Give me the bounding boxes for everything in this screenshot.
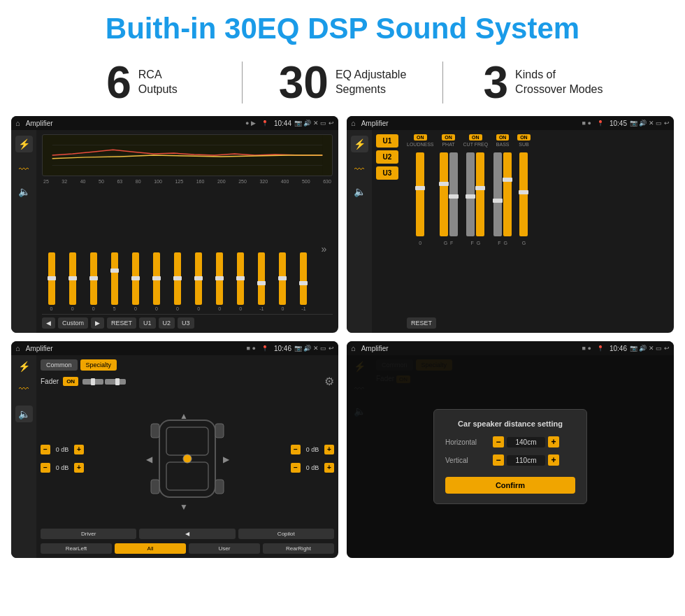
phat-slider-f[interactable] (449, 152, 458, 236)
fader-filter-icon[interactable]: ⚡ (18, 361, 30, 372)
u1-btn[interactable]: U1 (376, 134, 398, 148)
sub-label: SUB (519, 142, 528, 147)
fader-wave-icon[interactable]: 〰 (19, 383, 29, 394)
fader-slider-h[interactable] (82, 379, 103, 385)
eq-custom-btn[interactable]: Custom (58, 317, 88, 329)
phat-sublabel: G F (444, 241, 454, 245)
driver-btn[interactable]: Driver (41, 529, 136, 539)
slider-track-13[interactable] (300, 252, 307, 305)
eq-slider-1: 0 (48, 252, 55, 311)
u3-btn[interactable]: U3 (376, 166, 398, 180)
u2-btn[interactable]: U2 (376, 150, 398, 164)
horizontal-minus-btn[interactable]: − (493, 436, 504, 447)
all-btn[interactable]: All (115, 543, 186, 554)
fader-arrow-left-btn[interactable]: ◀ (139, 529, 235, 539)
rr-minus-btn[interactable]: − (291, 463, 301, 473)
slider-track-5[interactable] (132, 252, 139, 305)
fader-on-toggle[interactable]: ON (63, 377, 78, 386)
copilot-btn[interactable]: Copilot (238, 529, 334, 539)
location-icon-2: 📍 (597, 120, 604, 127)
slider-track-11[interactable] (258, 252, 265, 305)
loudness-slider[interactable] (416, 152, 424, 236)
status-time-1: 10:44 (274, 120, 291, 127)
rl-minus-btn[interactable]: − (41, 463, 50, 473)
fl-minus-btn[interactable]: − (41, 445, 50, 454)
slider-track-12[interactable] (279, 252, 286, 305)
amp-filter-icon[interactable]: ⚡ (351, 136, 368, 152)
eq-u3-btn[interactable]: U3 (178, 317, 194, 329)
rearright-btn[interactable]: RearRight (263, 543, 334, 554)
user-btn[interactable]: User (189, 543, 260, 554)
cutfreq-slider-f[interactable] (466, 152, 475, 236)
eq-slider-3: 0 (90, 252, 97, 311)
vertical-plus-btn[interactable]: + (548, 454, 559, 466)
eq-u2-btn[interactable]: U2 (159, 317, 175, 329)
bass-label: BASS (496, 142, 510, 147)
sub-slider-g[interactable] (519, 152, 528, 236)
eq-reset-btn[interactable]: RESET (107, 317, 136, 329)
slider-track-2[interactable] (69, 252, 76, 305)
amp-reset-btn[interactable]: RESET (407, 317, 436, 329)
more-icon[interactable]: » (322, 243, 327, 255)
rr-plus-btn[interactable]: + (324, 463, 334, 473)
tab-common[interactable]: Common (41, 359, 78, 371)
svg-text:◀: ◀ (146, 454, 153, 464)
slider-track-1[interactable] (48, 252, 55, 305)
home-icon-4[interactable]: ⌂ (351, 344, 356, 352)
amp-speaker-icon[interactable]: 🔈 (354, 186, 366, 197)
cutfreq-on[interactable]: ON (469, 134, 482, 141)
slider-track-6[interactable] (153, 252, 160, 305)
cutfreq-sliders (466, 150, 484, 239)
eq-bottom: ◀ Custom ▶ RESET U1 U2 U3 (42, 314, 333, 329)
slider-track-9[interactable] (216, 252, 223, 305)
bass-slider-f[interactable] (493, 152, 502, 236)
rl-plus-btn[interactable]: + (74, 463, 84, 473)
dialog-body: ⚡ 〰 🔈 Common Specialty Fader ON Car spea… (347, 355, 674, 558)
slider-track-8[interactable] (195, 252, 202, 305)
fader-main: Common Specialty Fader ON ⚙ (36, 355, 338, 558)
cutfreq-slider-g[interactable] (476, 152, 484, 236)
slider-track-4[interactable] (111, 252, 118, 305)
fader-body: ⚡ 〰 🔈 Common Specialty Fader ON (11, 355, 338, 558)
phat-on[interactable]: ON (442, 134, 455, 141)
screen-eq: ⌂ Amplifier ● ▶ 📍 10:44 📷 🔊 ✕ ▭ ↩ ⚡ 〰 🔈 (11, 116, 338, 333)
svg-rect-5 (166, 427, 208, 455)
phat-slider-g[interactable] (440, 152, 448, 236)
slider-track-10[interactable] (237, 252, 244, 305)
svg-point-7 (183, 454, 192, 463)
stats-row: 6 RCAOutputs 30 EQ AdjustableSegments 3 … (0, 53, 685, 116)
stat-crossover-number: 3 (484, 60, 509, 105)
freq-labels: 25 32 40 50 63 80 100 125 160 200 250 32… (42, 179, 333, 184)
location-icon-1: 📍 (261, 120, 268, 127)
home-icon-2[interactable]: ⌂ (351, 119, 356, 127)
rearleft-btn[interactable]: RearLeft (41, 543, 112, 554)
eq-prev-btn[interactable]: ◀ (42, 317, 55, 329)
settings-icon[interactable]: ⚙ (324, 375, 334, 388)
left-db-controls: − 0 dB + − 0 dB + (41, 445, 84, 473)
eq-u1-btn[interactable]: U1 (139, 317, 156, 329)
amp-wave-icon[interactable]: 〰 (354, 164, 364, 175)
bass-slider-g[interactable] (503, 152, 512, 236)
eq-next-btn[interactable]: ▶ (91, 317, 104, 329)
status-bar-1: ⌂ Amplifier ● ▶ 📍 10:44 📷 🔊 ✕ ▭ ↩ (11, 116, 338, 130)
eq-filter-icon[interactable]: ⚡ (15, 136, 33, 152)
eq-speaker-icon[interactable]: 🔈 (18, 186, 30, 197)
vertical-minus-btn[interactable]: − (493, 454, 504, 466)
horizontal-plus-btn[interactable]: + (548, 436, 559, 447)
confirm-button[interactable]: Confirm (445, 477, 575, 494)
sub-on[interactable]: ON (517, 134, 531, 141)
fr-minus-btn[interactable]: − (291, 445, 301, 454)
home-icon[interactable]: ⌂ (15, 119, 20, 127)
eq-wave-icon[interactable]: 〰 (19, 164, 29, 175)
tab-specialty[interactable]: Specialty (80, 359, 117, 371)
slider-track-3[interactable] (90, 252, 97, 305)
loudness-on[interactable]: ON (414, 134, 427, 141)
slider-track-7[interactable] (174, 252, 181, 305)
bass-on[interactable]: ON (496, 134, 510, 141)
fr-plus-btn[interactable]: + (324, 445, 334, 454)
status-bar-2: ⌂ Amplifier ■ ● 📍 10:45 📷 🔊 ✕ ▭ ↩ (347, 116, 674, 130)
fader-slider-v[interactable] (105, 379, 126, 385)
fl-plus-btn[interactable]: + (74, 445, 84, 454)
home-icon-3[interactable]: ⌂ (15, 344, 20, 352)
fader-speaker-icon[interactable]: 🔈 (15, 406, 33, 422)
